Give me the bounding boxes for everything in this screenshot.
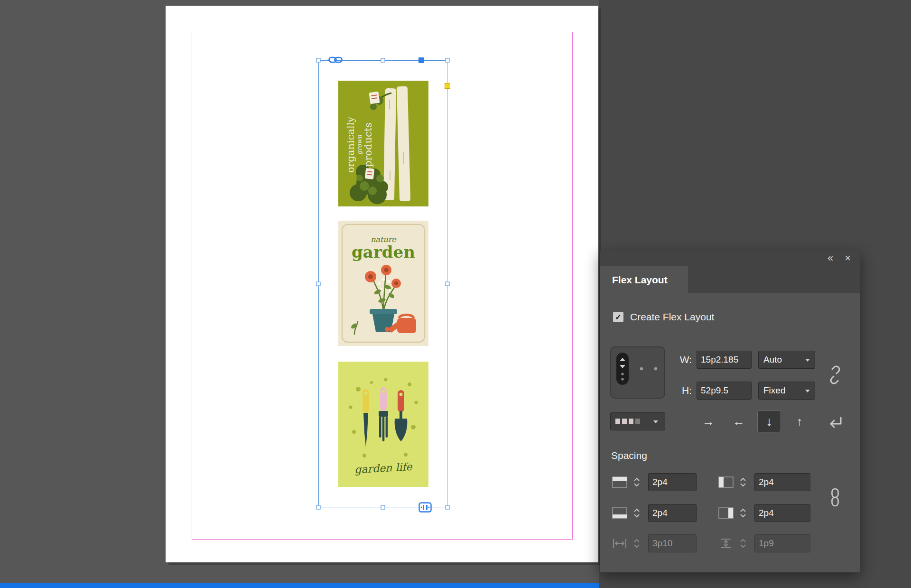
layout-pattern-select[interactable] xyxy=(610,412,665,430)
chevron-down-icon xyxy=(646,413,665,430)
reference-point-proxy[interactable] xyxy=(610,346,665,401)
corner-options-handle[interactable] xyxy=(445,83,450,89)
spacing-section-label: Spacing xyxy=(611,450,647,461)
status-bar xyxy=(0,583,599,588)
spacing-right-field[interactable] xyxy=(754,504,810,522)
width-label: W: xyxy=(671,354,692,365)
direction-up-button[interactable]: ↑ xyxy=(788,411,811,432)
height-mode-select[interactable]: Fixed xyxy=(758,382,815,400)
height-label: H: xyxy=(671,385,692,396)
collapse-panel-icon[interactable]: « xyxy=(827,253,833,263)
spacing-bottom-field[interactable] xyxy=(648,504,697,522)
direction-left-button[interactable]: ← xyxy=(727,411,751,432)
spacing-left-field[interactable] xyxy=(754,473,810,491)
margin-top-icon xyxy=(611,476,628,489)
width-mode-value: Auto xyxy=(763,355,782,365)
margin-bottom-icon xyxy=(611,506,628,520)
panel-chrome: « × xyxy=(600,250,860,266)
horizontal-gap-icon xyxy=(611,537,628,550)
panel-body: ✓ Create Flex Layout W: xyxy=(600,293,860,572)
chevron-down-icon xyxy=(800,382,815,399)
gap-vertical-stepper xyxy=(737,534,749,552)
margin-right-icon xyxy=(717,506,734,520)
flex-layout-panel: « × Flex Layout ✓ Create Flex Layout xyxy=(600,250,860,572)
spacing-left-stepper[interactable] xyxy=(737,473,749,491)
height-mode-value: Fixed xyxy=(763,385,785,396)
spacing-top-stepper[interactable] xyxy=(631,473,642,491)
gap-horizontal-stepper xyxy=(631,534,642,552)
selection-handle-middle-left[interactable] xyxy=(316,282,321,286)
direction-buttons: → ← ↓ ↑ xyxy=(697,411,811,432)
create-flex-layout-checkbox[interactable]: ✓ xyxy=(613,312,623,322)
width-input[interactable] xyxy=(697,351,752,369)
selection-handle-top-center[interactable] xyxy=(381,58,385,63)
panel-tab-bar: Flex Layout xyxy=(600,266,860,293)
anchored-object-handle[interactable] xyxy=(418,57,424,63)
height-input[interactable] xyxy=(697,382,752,400)
direction-down-button[interactable]: ↓ xyxy=(757,411,781,432)
spacing-top-field[interactable] xyxy=(648,473,697,491)
gap-horizontal-field xyxy=(648,534,697,552)
selection-handle-top-left[interactable] xyxy=(316,58,321,63)
close-panel-icon[interactable]: × xyxy=(845,253,851,263)
layout-pattern-icon xyxy=(611,413,646,430)
check-icon: ✓ xyxy=(615,313,621,322)
chevron-down-icon xyxy=(800,351,815,368)
selection-handle-bottom-left[interactable] xyxy=(316,505,321,510)
selection-handle-top-right[interactable] xyxy=(446,58,450,63)
flex-layout-badge-icon[interactable] xyxy=(418,502,432,513)
selection-frame[interactable] xyxy=(318,60,447,507)
width-mode-select[interactable]: Auto xyxy=(758,351,815,369)
application-window: organically grown products nature garden xyxy=(0,0,911,588)
spacing-bottom-stepper[interactable] xyxy=(631,504,642,522)
link-icon[interactable] xyxy=(328,56,343,64)
spacing-right-stepper[interactable] xyxy=(737,504,749,522)
selection-handle-middle-right[interactable] xyxy=(446,282,450,286)
selection-handle-bottom-center[interactable] xyxy=(381,505,385,510)
margin-left-icon xyxy=(717,476,734,489)
create-flex-layout-label: Create Flex Layout xyxy=(630,311,714,323)
link-spacing-icon[interactable] xyxy=(828,487,842,507)
vertical-gap-icon xyxy=(717,537,734,550)
tab-flex-layout[interactable]: Flex Layout xyxy=(600,266,688,293)
gap-vertical-field xyxy=(754,534,810,552)
wrap-return-icon[interactable] xyxy=(827,415,843,430)
direction-right-button[interactable]: → xyxy=(697,411,720,432)
broken-link-icon[interactable] xyxy=(827,365,843,384)
selection-handle-bottom-right[interactable] xyxy=(446,505,450,510)
